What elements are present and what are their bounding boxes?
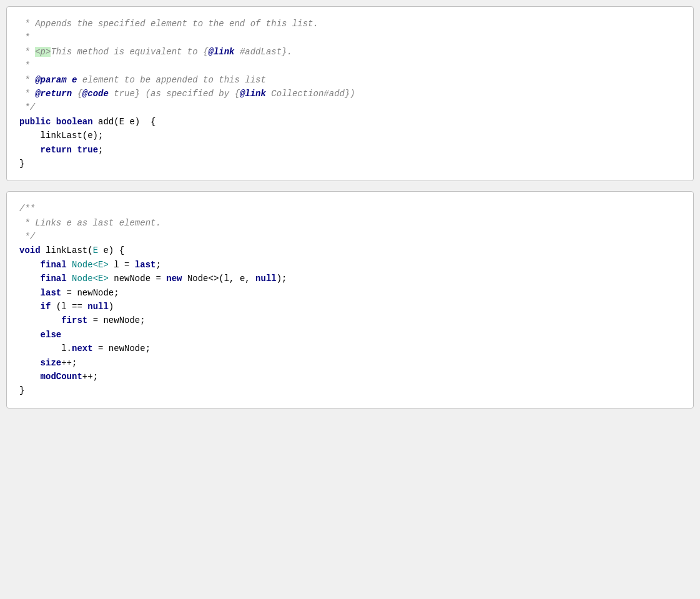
code-line: void linkLast(E e) { [19,244,681,257]
code-block-linklast: /** * Links e as last element. */ void l… [6,191,694,408]
code-line: if (l == null) [19,300,681,314]
code-line: else [19,328,681,342]
code-line: * @return {@code true} (as specified by … [19,87,681,101]
code-line: * <p>This method is equivalent to {@link… [19,45,681,59]
code-line: last = newNode; [19,286,681,300]
code-line: /** [19,202,681,215]
code-line: * Links e as last element. [19,216,681,230]
code-line: * @param e element to be appended to thi… [19,73,681,87]
code-line: first = newNode; [19,314,681,327]
code-line: public boolean add(E e) { [19,115,681,129]
code-line: */ [19,101,681,114]
code-line: l.next = newNode; [19,342,681,355]
code-line: * [19,59,681,72]
code-line: */ [19,230,681,244]
code-block-add: * Appends the specified element to the e… [6,6,694,181]
code-line: linkLast(e); [19,129,681,142]
code-line: final Node<E> l = last; [19,258,681,272]
code-line: } [19,157,681,171]
code-line: size++; [19,356,681,370]
code-line: * [19,31,681,44]
code-line: return true; [19,143,681,157]
code-line: modCount++; [19,370,681,384]
code-line: final Node<E> newNode = new Node<>(l, e,… [19,272,681,285]
code-line: * Appends the specified element to the e… [19,17,681,31]
code-line: } [19,384,681,397]
